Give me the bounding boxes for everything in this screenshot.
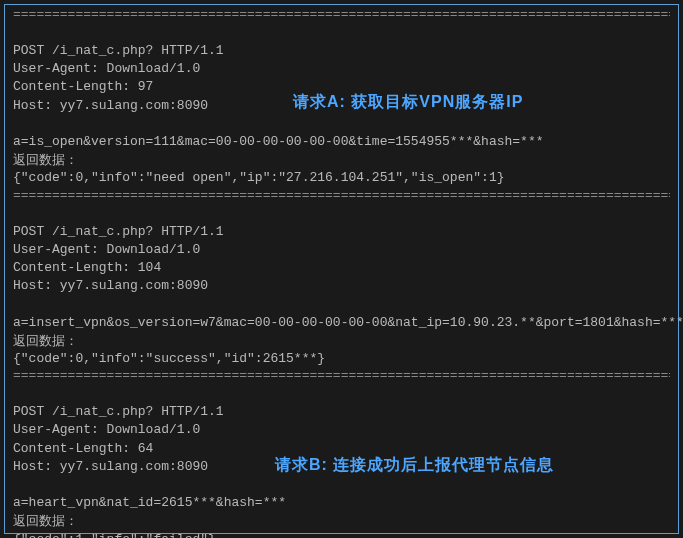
host-b: Host: yy7.sulang.com:8090 (13, 277, 670, 295)
annotation-a: 请求A: 获取目标VPN服务器IP (293, 92, 523, 113)
response-a: {"code":0,"info":"need open","ip":"27.21… (13, 169, 670, 187)
response-label-a: 返回数据： (13, 151, 670, 169)
terminal-panel: ========================================… (4, 4, 679, 534)
request-line-a: POST /i_nat_c.php? HTTP/1.1 (13, 42, 670, 60)
host-c: Host: yy7.sulang.com:8090 (13, 458, 670, 476)
blank-line (13, 295, 670, 313)
blank-line (13, 115, 670, 133)
divider-ab: ========================================… (13, 188, 670, 205)
user-agent-c: User-Agent: Download/1.0 (13, 421, 670, 439)
blank-line (13, 476, 670, 494)
response-label-c: 返回数据： (13, 512, 670, 530)
body-c: a=heart_vpn&nat_id=2615***&hash=*** (13, 494, 670, 512)
user-agent-a: User-Agent: Download/1.0 (13, 60, 670, 78)
response-b: {"code":0,"info":"success","id":2615***} (13, 350, 670, 368)
request-line-c: POST /i_nat_c.php? HTTP/1.1 (13, 403, 670, 421)
request-line-b: POST /i_nat_c.php? HTTP/1.1 (13, 223, 670, 241)
response-c: {"code":1,"info":"failed"} (13, 531, 670, 538)
content-length-b: Content-Length: 104 (13, 259, 670, 277)
user-agent-b: User-Agent: Download/1.0 (13, 241, 670, 259)
divider-bc: ========================================… (13, 368, 670, 385)
request-section-b: 请求B: 连接成功后上报代理节点信息 POST /i_nat_c.php? HT… (13, 223, 670, 369)
blank-line (13, 204, 670, 222)
content-length-c: Content-Length: 64 (13, 440, 670, 458)
request-section-c: 请求C： 循环发送心跳数据包 POST /i_nat_c.php? HTTP/1… (13, 403, 670, 538)
body-a: a=is_open&version=111&mac=00-00-00-00-00… (13, 133, 670, 151)
request-section-a: 请求A: 获取目标VPN服务器IP POST /i_nat_c.php? HTT… (13, 42, 670, 188)
response-label-b: 返回数据： (13, 332, 670, 350)
divider-top: ========================================… (13, 7, 670, 24)
body-b: a=insert_vpn&os_version=w7&mac=00-00-00-… (13, 314, 670, 332)
blank-line (13, 385, 670, 403)
blank-line (13, 24, 670, 42)
